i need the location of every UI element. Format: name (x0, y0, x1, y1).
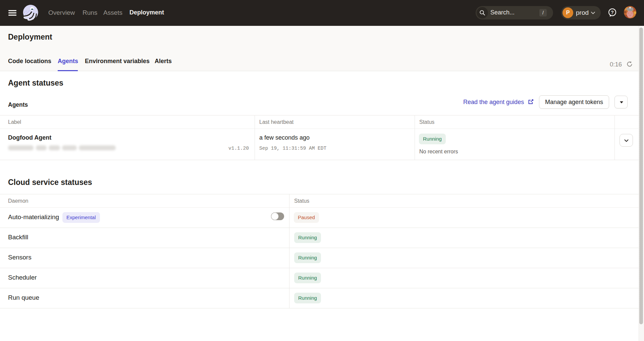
svg-text:?: ? (611, 10, 614, 15)
